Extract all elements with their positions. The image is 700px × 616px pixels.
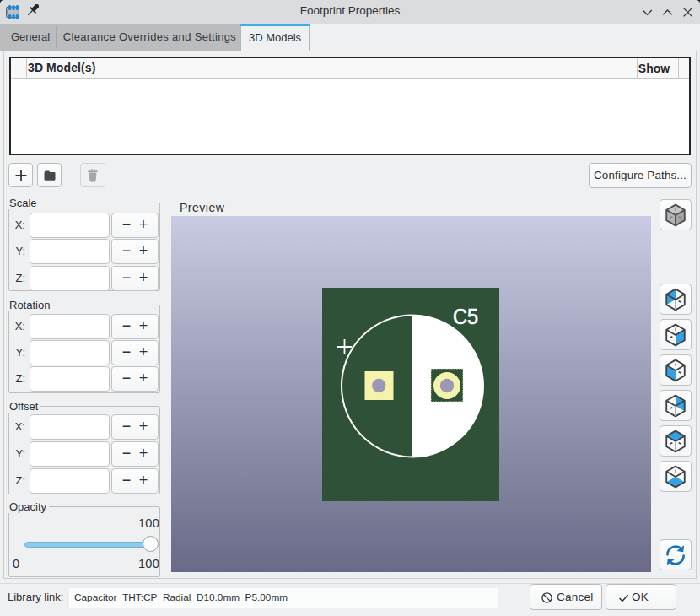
- svg-text:C5: C5: [453, 305, 478, 328]
